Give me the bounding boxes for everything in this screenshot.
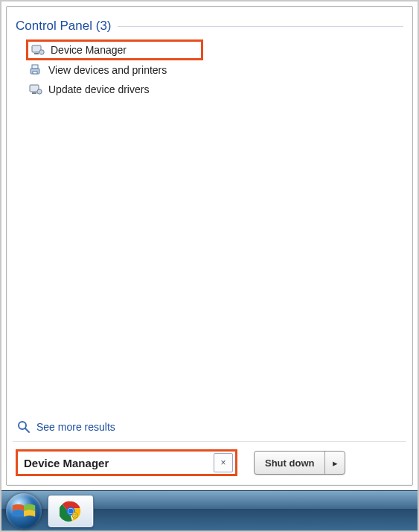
svg-point-2: [39, 50, 44, 54]
chevron-right-icon: ▸: [333, 457, 338, 469]
result-list: Device Manager View devices and printers…: [16, 38, 403, 99]
svg-line-10: [25, 428, 29, 432]
shutdown-label: Shut down: [265, 457, 314, 469]
svg-rect-5: [33, 72, 37, 74]
spacer: [16, 99, 403, 417]
svg-rect-7: [32, 92, 36, 94]
svg-rect-1: [34, 53, 39, 54]
result-label: Update device drivers: [48, 83, 149, 95]
start-menu-search-results-panel: Control Panel (3) Device Manager View de…: [6, 6, 413, 486]
shutdown-split-button: Shut down ▸: [254, 451, 345, 475]
result-item-device-manager[interactable]: Device Manager: [28, 40, 129, 60]
close-icon: ×: [220, 457, 226, 468]
svg-point-16: [74, 513, 75, 515]
svg-point-15: [72, 512, 78, 518]
clear-search-button[interactable]: ×: [214, 453, 233, 472]
bottom-row: × Shut down ▸: [16, 449, 403, 476]
section-title: Control Panel (3): [16, 19, 112, 34]
svg-point-17: [75, 513, 77, 515]
result-item-devices-printers[interactable]: View devices and printers: [26, 60, 403, 80]
result-label: View devices and printers: [48, 64, 167, 76]
result-item-update-drivers[interactable]: Update device drivers: [26, 80, 403, 99]
search-input[interactable]: [18, 452, 214, 474]
start-button[interactable]: [6, 493, 42, 529]
device-manager-icon: [29, 83, 42, 96]
search-box-highlight: ×: [16, 449, 237, 476]
shutdown-button[interactable]: Shut down: [255, 452, 325, 474]
taskbar: [1, 490, 418, 531]
see-more-results-link[interactable]: See more results: [16, 417, 403, 441]
chrome-icon: [60, 500, 82, 522]
devices-printers-icon: [29, 63, 42, 77]
bottom-divider: [13, 441, 406, 442]
device-manager-icon: [31, 43, 45, 57]
svg-point-8: [37, 89, 42, 94]
see-more-label: See more results: [36, 421, 115, 433]
taskbar-chrome-button[interactable]: [48, 495, 94, 528]
svg-rect-4: [32, 65, 38, 69]
result-label: Device Manager: [51, 44, 127, 56]
highlight-annotation: Device Manager: [26, 39, 203, 60]
windows-logo-icon: [10, 497, 38, 525]
magnifier-icon: [17, 420, 31, 434]
results-section-header: Control Panel (3): [16, 19, 403, 34]
shutdown-options-button[interactable]: ▸: [325, 452, 345, 474]
svg-point-14: [68, 508, 73, 513]
section-divider-line: [118, 26, 403, 27]
